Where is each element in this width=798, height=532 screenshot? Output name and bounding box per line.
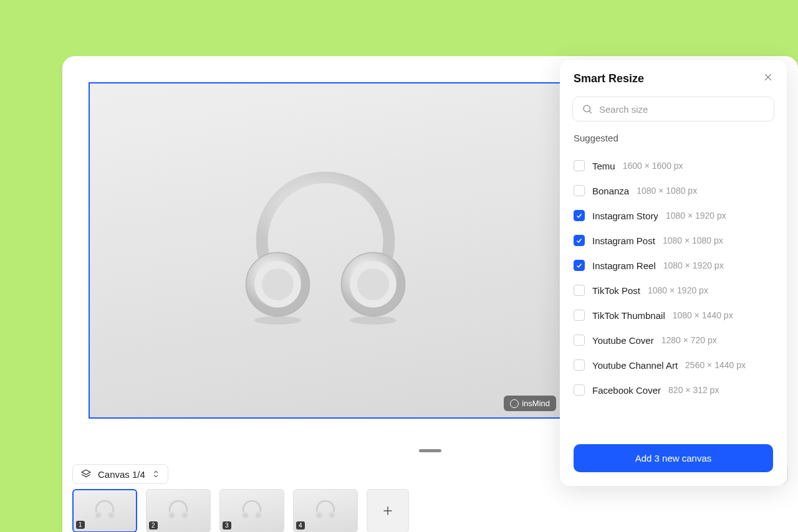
svg-point-14 bbox=[108, 513, 113, 518]
thumbnail-index: 3 bbox=[223, 521, 231, 530]
size-option[interactable]: Facebook Cover 820 × 312 px bbox=[574, 378, 773, 402]
add-canvas-button[interactable]: Add 3 new canvas bbox=[574, 444, 773, 472]
svg-point-12 bbox=[96, 513, 101, 518]
svg-line-32 bbox=[589, 111, 592, 113]
size-option[interactable]: Instagram Post 1080 × 1080 px bbox=[574, 228, 773, 253]
size-dimensions: 1080 × 1080 px bbox=[663, 235, 723, 245]
thumbnail-index: 2 bbox=[149, 521, 158, 530]
smart-resize-panel: Smart Resize Suggested Temu 1600 × 1600 … bbox=[560, 60, 787, 486]
size-name: Instagram Post bbox=[592, 235, 655, 246]
svg-point-26 bbox=[329, 513, 334, 518]
svg-marker-10 bbox=[82, 470, 90, 475]
svg-point-7 bbox=[357, 268, 389, 300]
thumbnail[interactable]: 2 bbox=[146, 489, 211, 532]
checkbox[interactable] bbox=[574, 310, 585, 321]
checkbox[interactable] bbox=[574, 335, 585, 346]
checkbox[interactable] bbox=[574, 210, 585, 221]
size-name: Facebook Cover bbox=[592, 385, 661, 396]
watermark-text: insMind bbox=[522, 399, 550, 408]
watermark-icon bbox=[510, 399, 519, 408]
size-dimensions: 1600 × 1600 px bbox=[623, 161, 683, 171]
size-dimensions: 1280 × 720 px bbox=[661, 335, 717, 345]
main-canvas[interactable]: insMind bbox=[89, 82, 562, 419]
layers-icon bbox=[80, 468, 92, 480]
size-dimensions: 1080 × 1920 px bbox=[663, 260, 724, 270]
size-option[interactable]: TikTok Post 1080 × 1920 px bbox=[574, 278, 773, 303]
check-icon bbox=[575, 262, 583, 269]
chevron-updown-icon bbox=[151, 470, 160, 478]
size-dimensions: 1080 × 1080 px bbox=[637, 186, 697, 196]
size-name: Youtube Cover bbox=[592, 335, 654, 346]
canvas-selector[interactable]: Canvas 1/4 bbox=[72, 464, 168, 484]
search-input-wrap[interactable] bbox=[572, 97, 774, 121]
svg-point-16 bbox=[170, 513, 175, 518]
size-option[interactable]: Instagram Story 1080 × 1920 px bbox=[574, 203, 773, 228]
svg-point-31 bbox=[584, 105, 590, 112]
search-input[interactable] bbox=[599, 104, 765, 115]
close-icon bbox=[763, 72, 773, 82]
size-name: TikTok Post bbox=[592, 285, 640, 296]
thumbnail-index: 1 bbox=[76, 521, 85, 529]
thumbnail[interactable]: 4 bbox=[293, 489, 358, 532]
svg-point-3 bbox=[262, 268, 294, 300]
checkbox[interactable] bbox=[574, 185, 585, 196]
search-icon bbox=[582, 103, 593, 115]
size-option[interactable]: Temu 1600 × 1600 px bbox=[574, 153, 773, 178]
size-dimensions: 1080 × 1920 px bbox=[648, 285, 708, 295]
checkbox[interactable] bbox=[574, 235, 585, 246]
size-option[interactable]: Instagram Reel 1080 × 1920 px bbox=[574, 253, 773, 278]
thumbnail-strip: 1 2 3 4 bbox=[62, 489, 798, 532]
watermark-badge: insMind bbox=[504, 396, 556, 411]
size-name: Instagram Reel bbox=[592, 260, 656, 271]
size-name: Temu bbox=[592, 161, 615, 171]
headphones-image bbox=[219, 145, 431, 356]
svg-point-18 bbox=[182, 513, 187, 518]
add-canvas-thumbnail[interactable] bbox=[367, 489, 409, 532]
size-option[interactable]: Bonanza 1080 × 1080 px bbox=[574, 178, 773, 203]
size-dimensions: 1080 × 1440 px bbox=[673, 310, 733, 320]
size-option[interactable]: Youtube Channel Art 2560 × 1440 px bbox=[574, 353, 773, 378]
checkbox[interactable] bbox=[574, 260, 585, 271]
svg-point-8 bbox=[254, 316, 301, 325]
section-label: Suggested bbox=[560, 130, 787, 150]
svg-point-20 bbox=[243, 513, 248, 518]
size-option[interactable]: TikTok Thumbnail 1080 × 1440 px bbox=[574, 303, 773, 328]
checkbox[interactable] bbox=[574, 160, 585, 171]
resize-handle-bottom[interactable] bbox=[419, 449, 441, 452]
check-icon bbox=[575, 237, 583, 244]
checkbox[interactable] bbox=[574, 384, 585, 396]
svg-point-22 bbox=[256, 513, 261, 518]
size-dimensions: 1080 × 1920 px bbox=[666, 211, 726, 221]
canvas-selector-label: Canvas 1/4 bbox=[98, 469, 145, 480]
size-dimensions: 820 × 312 px bbox=[668, 385, 719, 395]
size-list: Temu 1600 × 1600 px Bonanza 1080 × 1080 … bbox=[560, 150, 787, 435]
svg-point-9 bbox=[350, 316, 397, 325]
checkbox[interactable] bbox=[574, 359, 585, 371]
checkbox[interactable] bbox=[574, 285, 585, 296]
check-icon bbox=[575, 212, 583, 219]
svg-point-24 bbox=[317, 513, 322, 518]
size-dimensions: 2560 × 1440 px bbox=[685, 360, 746, 370]
size-name: Youtube Channel Art bbox=[592, 360, 678, 371]
thumbnail[interactable]: 3 bbox=[219, 489, 284, 532]
size-name: Instagram Story bbox=[592, 211, 658, 221]
size-name: TikTok Thumbnail bbox=[592, 310, 665, 321]
size-name: Bonanza bbox=[592, 186, 629, 196]
plus-icon bbox=[382, 505, 394, 517]
thumbnail-index: 4 bbox=[296, 521, 305, 530]
panel-title: Smart Resize bbox=[574, 72, 644, 85]
close-button[interactable] bbox=[763, 72, 773, 85]
size-option[interactable]: Youtube Cover 1280 × 720 px bbox=[574, 328, 773, 353]
thumbnail[interactable]: 1 bbox=[72, 489, 137, 532]
